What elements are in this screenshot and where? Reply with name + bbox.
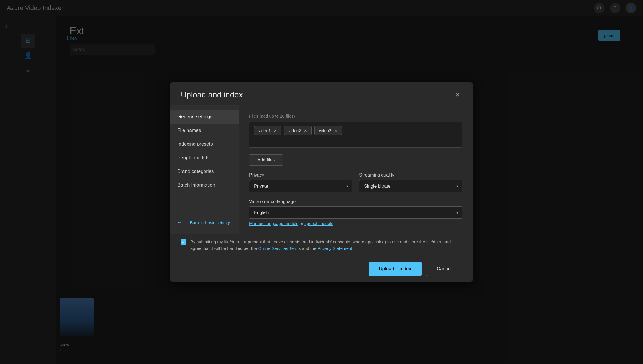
modal-right-content: Files (add up to 10 files) video1 ✕ vide… — [239, 105, 473, 234]
file-chip-video3: video3 ✕ — [314, 126, 342, 135]
video-source-language-label: Video source language — [249, 199, 462, 204]
upload-index-button[interactable]: Upload + index — [369, 262, 422, 276]
nav-item-brand-categories[interactable]: Brand categories — [170, 165, 239, 178]
streaming-quality-label: Streaming quality — [359, 173, 462, 178]
action-row: Upload + index Cancel — [170, 256, 473, 282]
speech-models-link[interactable]: speech models — [304, 221, 333, 226]
file-chip-label: video1 — [258, 128, 271, 133]
language-select[interactable]: English Spanish French German Auto-detec… — [249, 206, 462, 219]
close-icon[interactable]: ✕ — [453, 90, 462, 99]
add-files-button[interactable]: Add files — [249, 154, 283, 166]
nav-item-indexing-presets[interactable]: Indexing presets — [170, 137, 239, 151]
file-chip-close-video2[interactable]: ✕ — [304, 128, 307, 133]
streaming-quality-group: Streaming quality Single bitrate Adaptiv… — [359, 173, 462, 192]
modal-header: Upload and index ✕ — [170, 82, 473, 105]
modal-nav: General settings File names Indexing pre… — [170, 105, 239, 234]
manage-links-or-text: or — [300, 221, 305, 226]
cancel-button[interactable]: Cancel — [426, 262, 462, 276]
modal-body: General settings File names Indexing pre… — [170, 105, 473, 234]
back-arrow-icon: ← — [177, 220, 182, 225]
privacy-select-wrapper: Private Public ▾ — [249, 180, 352, 192]
privacy-streaming-row: Privacy Private Public ▾ Streaming quali… — [249, 173, 462, 192]
modal-title: Upload and index — [181, 90, 243, 99]
consent-checkbox[interactable] — [181, 239, 186, 245]
privacy-statement-link[interactable]: Privacy Statement — [318, 246, 352, 251]
streaming-quality-select[interactable]: Single bitrate Adaptive bitrate — [359, 180, 462, 192]
file-chip-close-video3[interactable]: ✕ — [334, 128, 338, 133]
video-source-language-group: Video source language English Spanish Fr… — [249, 199, 462, 226]
file-chip-video1: video1 ✕ — [254, 126, 281, 135]
privacy-select[interactable]: Private Public — [249, 180, 352, 192]
back-link-label: ← Back to basic settings — [184, 220, 231, 225]
consent-row: By submitting my file/data, I represent … — [170, 234, 473, 256]
file-chip-video2: video2 ✕ — [284, 126, 312, 135]
files-label: Files (add up to 10 files) — [249, 113, 462, 119]
upload-index-modal: Upload and index ✕ General settings File… — [170, 82, 473, 282]
file-chip-close-video1[interactable]: ✕ — [274, 128, 277, 133]
nav-item-general-settings[interactable]: General settings — [170, 110, 239, 124]
privacy-group: Privacy Private Public ▾ — [249, 173, 352, 192]
file-chip-label: video3 — [319, 128, 331, 133]
streaming-quality-select-wrapper: Single bitrate Adaptive bitrate ▾ — [359, 180, 462, 192]
back-to-basic-settings-link[interactable]: ← ← Back to basic settings — [170, 216, 239, 229]
files-area: video1 ✕ video2 ✕ video3 ✕ — [249, 122, 462, 148]
nav-item-file-names[interactable]: File names — [170, 124, 239, 137]
language-select-wrapper: English Spanish French German Auto-detec… — [249, 206, 462, 219]
nav-item-people-models[interactable]: People models — [170, 151, 239, 165]
online-services-terms-link[interactable]: Online Services Terms — [258, 246, 301, 251]
manage-links: Manage language models or speech models — [249, 221, 462, 226]
privacy-label: Privacy — [249, 173, 352, 178]
file-chip-label: video2 — [288, 128, 301, 133]
manage-language-models-link[interactable]: Manage language models — [249, 221, 298, 226]
files-hint: (add up to 10 files) — [259, 114, 295, 118]
consent-text: By submitting my file/data, I represent … — [190, 239, 462, 251]
files-section: Files (add up to 10 files) video1 ✕ vide… — [249, 113, 462, 148]
nav-item-batch-information[interactable]: Batch Information — [170, 178, 239, 192]
